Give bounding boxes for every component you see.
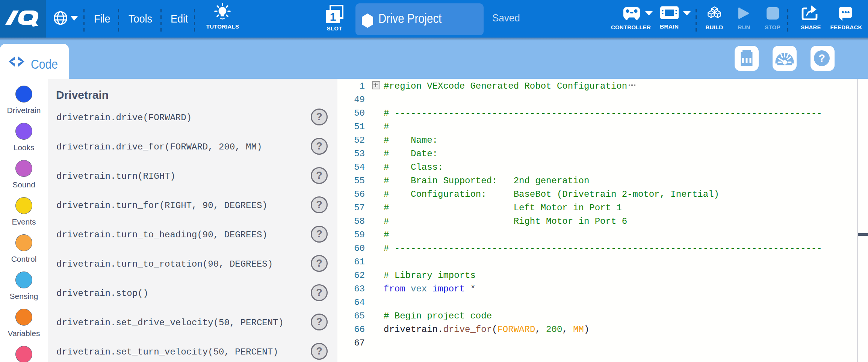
svg-text:?: ? bbox=[818, 52, 825, 64]
svg-text:1: 1 bbox=[330, 11, 336, 23]
